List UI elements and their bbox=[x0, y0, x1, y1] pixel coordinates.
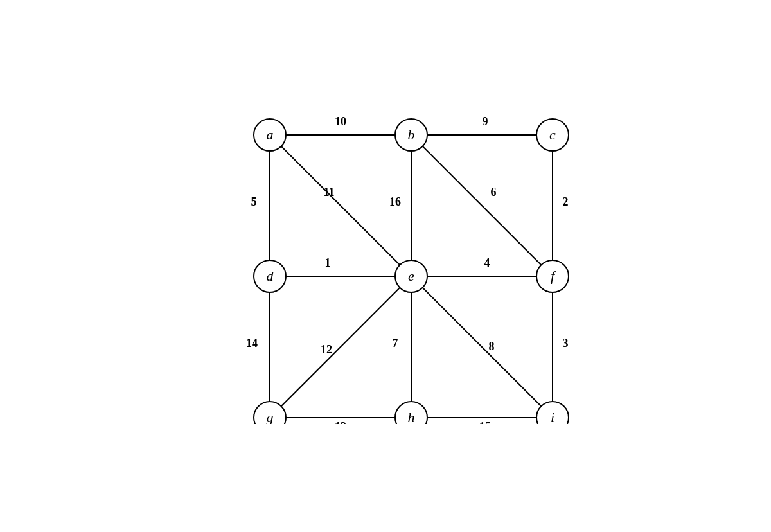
svg-text:g: g bbox=[267, 409, 274, 424]
svg-text:3: 3 bbox=[563, 337, 569, 350]
svg-text:c: c bbox=[549, 127, 556, 143]
graph-svg: 10951621414731315116812abcdefghi bbox=[128, 26, 642, 424]
svg-text:e: e bbox=[408, 268, 414, 284]
svg-text:10: 10 bbox=[335, 115, 346, 128]
svg-text:12: 12 bbox=[321, 343, 332, 356]
svg-line-30 bbox=[270, 276, 411, 418]
svg-text:2: 2 bbox=[563, 195, 569, 208]
svg-text:16: 16 bbox=[389, 195, 401, 208]
svg-line-26 bbox=[411, 135, 553, 276]
graph-container: 10951621414731315116812abcdefghi bbox=[19, 26, 752, 424]
svg-text:b: b bbox=[408, 127, 415, 143]
svg-text:6: 6 bbox=[491, 186, 497, 199]
svg-text:4: 4 bbox=[484, 256, 490, 269]
svg-text:14: 14 bbox=[246, 337, 258, 350]
page: 10951621414731315116812abcdefghi bbox=[0, 0, 771, 437]
svg-text:13: 13 bbox=[335, 420, 346, 424]
svg-text:15: 15 bbox=[479, 420, 491, 424]
svg-text:7: 7 bbox=[393, 337, 398, 350]
svg-text:a: a bbox=[267, 127, 274, 143]
svg-text:11: 11 bbox=[323, 186, 334, 199]
svg-text:d: d bbox=[267, 268, 274, 284]
svg-text:1: 1 bbox=[325, 256, 331, 269]
svg-text:5: 5 bbox=[251, 195, 257, 208]
svg-text:9: 9 bbox=[483, 115, 488, 128]
svg-text:i: i bbox=[551, 409, 554, 424]
svg-line-28 bbox=[411, 276, 553, 418]
svg-text:8: 8 bbox=[489, 340, 495, 353]
svg-text:h: h bbox=[408, 409, 415, 424]
